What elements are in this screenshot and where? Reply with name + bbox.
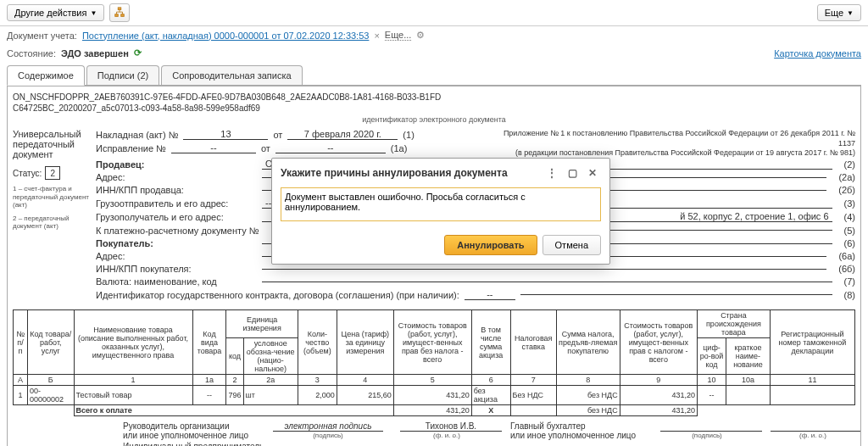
cancel-button[interactable]: Отмена <box>542 235 601 255</box>
modal-close-icon[interactable]: ✕ <box>584 165 601 181</box>
cancel-reason-modal: Укажите причины аннулирования документа … <box>271 158 610 265</box>
modal-menu-icon[interactable]: ⋮ <box>543 165 560 181</box>
modal-overlay: Укажите причины аннулирования документа … <box>0 0 868 446</box>
annul-button[interactable]: Аннулировать <box>444 235 537 255</box>
modal-restore-icon[interactable]: ▢ <box>564 165 581 181</box>
reason-textarea[interactable] <box>281 187 601 221</box>
modal-title: Укажите причины аннулирования документа <box>281 167 540 179</box>
